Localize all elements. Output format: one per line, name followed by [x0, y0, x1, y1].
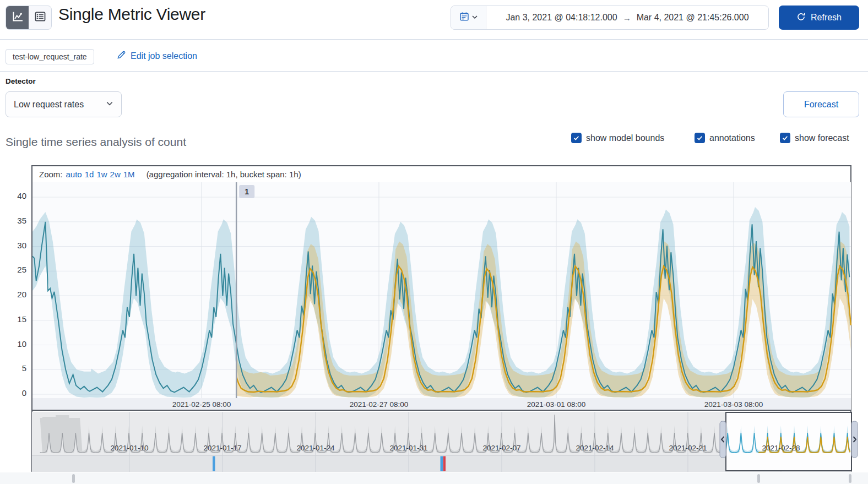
x-axis-tick-label: 2021-03-03 08:00: [704, 400, 763, 409]
edit-job-selection[interactable]: Edit job selection: [117, 50, 197, 62]
brush-selection-background: [726, 412, 851, 471]
y-axis-tick-label: 35: [3, 216, 26, 225]
bottom-strip: [0, 472, 868, 484]
zoom-label: Zoom:: [39, 170, 63, 179]
page-title: Single Metric Viewer: [58, 5, 205, 24]
table-view-toggle-button[interactable]: [29, 6, 51, 29]
context-date-label: 2021-01-17: [203, 444, 241, 452]
brush-handle-left-grip[interactable]: [720, 421, 726, 458]
context-date-label: 2021-01-10: [110, 444, 148, 452]
refresh-button-label: Refresh: [811, 13, 842, 23]
checkbox-label: show model bounds: [586, 133, 664, 143]
refresh-button[interactable]: Refresh: [779, 6, 859, 30]
view-toggle-group: [6, 6, 52, 30]
swimlane-marker[interactable]: [213, 456, 215, 471]
checkbox-checked-icon[interactable]: [780, 133, 790, 143]
chevron-down-icon: [471, 13, 478, 23]
x-axis-tick-label: 2021-02-25 08:00: [172, 400, 231, 409]
refresh-icon: [796, 12, 806, 24]
checkbox-checked-icon[interactable]: [695, 133, 705, 143]
brush-handle-right[interactable]: [851, 421, 858, 458]
zoom-link-1M[interactable]: 1M: [123, 170, 135, 179]
time-range-end[interactable]: Mar 4, 2021 @ 21:45:26.000: [637, 13, 749, 23]
time-range-start[interactable]: Jan 3, 2021 @ 04:18:12.000: [506, 13, 617, 23]
x-axis-tick-label: 2021-02-27 08:00: [350, 400, 409, 409]
line-chart-icon: [12, 10, 24, 25]
right-arrow-icon: →: [623, 13, 631, 23]
y-axis-tick-label: 5: [3, 363, 26, 373]
swimlane-marker[interactable]: [441, 456, 443, 471]
brush-handle-right-grip[interactable]: [851, 421, 858, 458]
y-axis-tick-label: 40: [3, 191, 26, 200]
y-axis-tick-label: 30: [3, 241, 26, 250]
chart-view-toggle-button[interactable]: [6, 6, 29, 29]
edit-job-selection-link[interactable]: Edit job selection: [131, 51, 197, 61]
brush-handle-left[interactable]: [720, 421, 726, 458]
x-axis-tick-label: 2021-03-01 08:00: [527, 400, 586, 409]
single-metric-viewer-page: Single Metric Viewer Jan 3, 2021 @ 04:18…: [0, 0, 868, 484]
detector-label: Detector: [6, 77, 36, 85]
detector-selected-value: Low request rates: [14, 100, 99, 110]
header-divider: [0, 39, 868, 40]
y-axis-tick-label: 10: [3, 339, 26, 349]
y-axis-tick-label: 15: [3, 314, 26, 324]
pencil-icon: [117, 50, 126, 62]
zoom-link-1d[interactable]: 1d: [85, 170, 94, 179]
chart-zoom-controls: Zoom: auto1d1w2w1M (aggregation interval…: [32, 166, 850, 182]
bottom-marker-pill[interactable]: [72, 474, 75, 483]
context-date-label: 2021-01-24: [296, 444, 335, 452]
aggregation-interval-text: (aggregation interval: 1h, bucket span: …: [147, 170, 301, 179]
job-bar-divider: [0, 71, 868, 72]
focus-chart[interactable]: 12021-02-25 08:002021-02-27 08:002021-03…: [32, 182, 851, 411]
bottom-marker-pill[interactable]: [757, 474, 760, 483]
forecast-button[interactable]: Forecast: [783, 91, 859, 117]
chevron-down-icon: [106, 100, 113, 110]
zoom-link-2w[interactable]: 2w: [110, 170, 121, 179]
detector-select[interactable]: Low request rates: [6, 91, 122, 117]
calendar-icon: [459, 12, 469, 24]
annotation-badge-label: 1: [245, 187, 249, 196]
context-date-label: 2021-02-28: [762, 444, 800, 452]
time-range-display[interactable]: Jan 3, 2021 @ 04:18:12.000 → Mar 4, 2021…: [486, 6, 768, 29]
analysis-heading: Single time series analysis of count: [6, 135, 186, 149]
zoom-link-auto[interactable]: auto: [66, 170, 82, 179]
context-date-label: 2021-02-14: [576, 444, 614, 452]
checkbox-label: show forecast: [795, 133, 849, 143]
bottom-marker-pill[interactable]: [849, 474, 851, 483]
checkbox-label: annotations: [709, 133, 755, 143]
context-chart[interactable]: 2021-01-102021-01-172021-01-242021-01-31…: [32, 411, 859, 472]
zoom-link-1w[interactable]: 1w: [96, 170, 107, 179]
checkbox-show-forecast[interactable]: show forecast: [780, 133, 849, 143]
zoom-links: auto1d1w2w1M: [66, 170, 138, 179]
context-date-label: 2021-02-07: [482, 444, 520, 452]
y-axis-tick-label: 20: [3, 290, 26, 299]
job-id-badge[interactable]: test-low_request_rate: [6, 49, 94, 64]
checkbox-show-model-bounds[interactable]: show model bounds: [571, 133, 664, 143]
context-date-label: 2021-02-21: [669, 444, 707, 452]
swimlane-marker[interactable]: [443, 456, 446, 471]
checkbox-annotations[interactable]: annotations: [695, 133, 755, 143]
date-picker-menu-button[interactable]: [451, 6, 486, 29]
checkbox-checked-icon[interactable]: [571, 133, 582, 143]
context-date-label: 2021-01-31: [389, 444, 427, 452]
data-table-icon: [34, 10, 46, 25]
y-axis-tick-label: 0: [3, 388, 26, 398]
time-range-picker: Jan 3, 2021 @ 04:18:12.000 → Mar 4, 2021…: [451, 6, 769, 30]
y-axis-tick-label: 25: [3, 265, 26, 274]
